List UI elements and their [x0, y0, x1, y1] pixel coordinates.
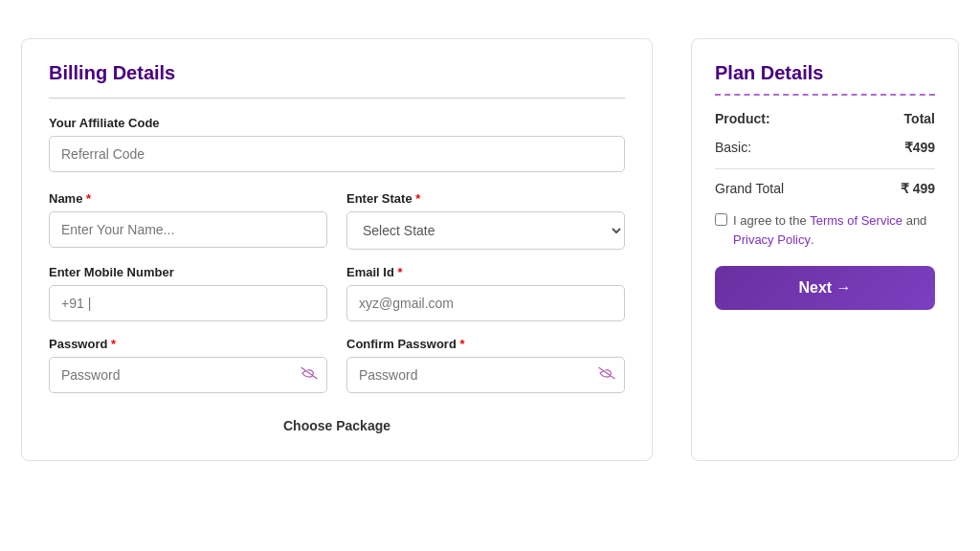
plan-grand-total-row: Grand Total ₹ 499 [715, 168, 935, 196]
plan-product-label: Product: [715, 111, 770, 126]
email-input[interactable] [346, 285, 625, 321]
name-field: Name * [49, 191, 327, 250]
affiliate-input[interactable] [49, 136, 625, 172]
affiliate-label: Your Affiliate Code [49, 116, 625, 130]
confirm-password-field: Confirm Password * [346, 337, 625, 393]
plan-title: Plan Details [715, 62, 935, 84]
password-input[interactable] [49, 357, 327, 393]
billing-title: Billing Details [49, 62, 625, 84]
mobile-field: Enter Mobile Number [49, 265, 327, 321]
password-field: Password * [49, 337, 327, 393]
email-label: Email Id * [346, 265, 625, 279]
name-state-row: Name * Enter State * Select StateAndhra … [49, 191, 625, 265]
plan-total-header: Total [904, 111, 935, 126]
page-container: Billing Details Your Affiliate Code Name… [21, 38, 959, 461]
name-input[interactable] [49, 211, 327, 248]
email-field: Email Id * [346, 265, 625, 321]
mobile-label: Enter Mobile Number [49, 265, 327, 279]
grand-total-value: ₹ 499 [901, 181, 935, 196]
billing-divider [49, 98, 625, 99]
privacy-policy-link[interactable]: Privacy Policy [733, 232, 811, 247]
mobile-input[interactable] [49, 285, 327, 321]
password-wrapper [49, 357, 327, 393]
password-eye-icon[interactable] [301, 366, 318, 384]
state-select[interactable]: Select StateAndhra PradeshArunachal Prad… [346, 211, 625, 250]
plan-divider [715, 94, 935, 96]
terms-of-service-link[interactable]: Terms of Service [810, 213, 902, 228]
mobile-email-row: Enter Mobile Number Email Id * [49, 265, 625, 337]
confirm-password-label: Confirm Password * [346, 337, 625, 351]
affiliate-field: Your Affiliate Code [49, 116, 625, 172]
next-button[interactable]: Next → [715, 266, 935, 310]
confirm-password-input[interactable] [346, 357, 625, 393]
grand-total-label: Grand Total [715, 181, 784, 196]
choose-package-link[interactable]: Choose Package [49, 418, 625, 433]
terms-checkbox[interactable] [715, 213, 727, 226]
billing-panel: Billing Details Your Affiliate Code Name… [21, 38, 653, 461]
name-label: Name * [49, 191, 327, 206]
plan-basic-value: ₹499 [904, 140, 935, 155]
plan-panel: Plan Details Product: Total Basic: ₹499 … [691, 38, 959, 461]
confirm-eye-icon[interactable] [598, 366, 615, 384]
terms-text: I agree to the Terms of Service and Priv… [733, 211, 935, 249]
name-required: * [86, 191, 91, 206]
plan-basic-row: Basic: ₹499 [715, 140, 935, 155]
state-label: Enter State * [346, 191, 625, 206]
plan-header-row: Product: Total [715, 111, 935, 126]
terms-row: I agree to the Terms of Service and Priv… [715, 211, 935, 249]
state-required: * [415, 191, 420, 206]
confirm-password-wrapper [346, 357, 625, 393]
plan-basic-label: Basic: [715, 140, 751, 155]
password-label: Password * [49, 337, 327, 351]
password-required: * [111, 337, 116, 351]
email-required: * [397, 265, 402, 279]
password-row: Password * Confirm Password * [49, 337, 625, 408]
confirm-required: * [459, 337, 464, 351]
state-field: Enter State * Select StateAndhra Pradesh… [346, 191, 625, 250]
